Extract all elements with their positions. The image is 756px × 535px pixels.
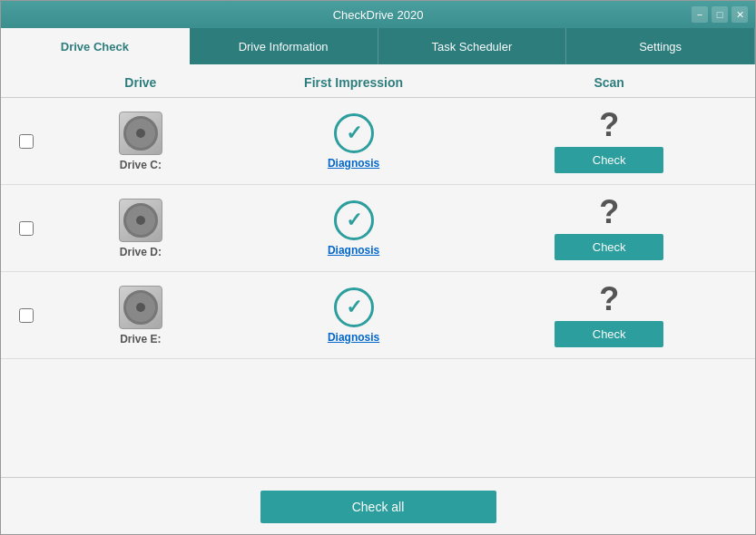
- drive-d-icon: [119, 199, 162, 242]
- row-d-drive-col: Drive D:: [55, 199, 226, 258]
- row-c-drive-col: Drive C:: [55, 112, 226, 171]
- tab-settings[interactable]: Settings: [566, 28, 755, 64]
- drive-d-checkbox[interactable]: [19, 221, 34, 236]
- header-drive-col: Drive: [55, 75, 226, 90]
- app-title: CheckDrive 2020: [333, 8, 424, 22]
- drive-e-checkbox[interactable]: [19, 308, 34, 323]
- drive-e-check-button[interactable]: Check: [555, 321, 663, 347]
- bottom-bar: Check all: [1, 477, 755, 535]
- row-e-impression-col: ✓ Diagnosis: [226, 287, 482, 344]
- table-row: Drive D: ✓ Diagnosis ? Check: [1, 185, 755, 272]
- main-content: Drive First Impression Scan Drive C: ✓ D…: [1, 64, 755, 535]
- drive-c-diagnosis-link[interactable]: Diagnosis: [328, 157, 379, 170]
- header-impression-col: First Impression: [226, 75, 482, 90]
- minimize-button[interactable]: −: [692, 6, 708, 23]
- row-d-impression-col: ✓ Diagnosis: [226, 200, 482, 257]
- row-c-scan-col: ? Check: [481, 109, 737, 173]
- drive-c-check-icon: ✓: [334, 113, 374, 153]
- maximize-button[interactable]: □: [712, 6, 728, 23]
- tab-drive-information[interactable]: Drive Information: [190, 28, 378, 64]
- row-c-check-col: [19, 134, 55, 149]
- drive-e-check-icon: ✓: [334, 287, 374, 327]
- drive-d-check-icon: ✓: [334, 200, 374, 240]
- drive-c-scan-status-icon: ?: [599, 109, 619, 141]
- row-d-check-col: [19, 221, 55, 236]
- close-button[interactable]: ✕: [731, 6, 748, 23]
- drive-c-check-button[interactable]: Check: [555, 147, 663, 173]
- drive-d-check-button[interactable]: Check: [555, 234, 663, 260]
- drive-c-icon: [119, 112, 162, 155]
- table-header: Drive First Impression Scan: [1, 64, 755, 98]
- drive-e-scan-status-icon: ?: [599, 283, 619, 316]
- window-controls: − □ ✕: [692, 6, 748, 23]
- row-c-impression-col: ✓ Diagnosis: [226, 113, 482, 170]
- check-all-button[interactable]: Check all: [260, 491, 496, 523]
- drive-d-label: Drive D:: [120, 246, 162, 258]
- drive-rows: Drive C: ✓ Diagnosis ? Check Drive D: ✓: [1, 98, 755, 477]
- row-e-check-col: [19, 308, 55, 323]
- row-e-drive-col: Drive E:: [55, 286, 226, 345]
- drive-c-label: Drive C:: [120, 159, 162, 171]
- tab-drive-check[interactable]: Drive Check: [1, 28, 190, 64]
- row-e-scan-col: ? Check: [481, 283, 737, 347]
- drive-c-checkbox[interactable]: [19, 134, 34, 149]
- drive-d-diagnosis-link[interactable]: Diagnosis: [328, 244, 379, 257]
- tab-task-scheduler[interactable]: Task Scheduler: [378, 28, 567, 64]
- table-row: Drive E: ✓ Diagnosis ? Check: [1, 272, 755, 359]
- drive-d-scan-status-icon: ?: [599, 196, 619, 229]
- title-bar: CheckDrive 2020 − □ ✕: [1, 1, 755, 28]
- drive-e-label: Drive E:: [120, 333, 161, 345]
- drive-e-diagnosis-link[interactable]: Diagnosis: [328, 331, 379, 344]
- drive-e-icon: [119, 286, 162, 329]
- header-scan-col: Scan: [481, 75, 737, 90]
- row-d-scan-col: ? Check: [481, 196, 737, 260]
- table-row: Drive C: ✓ Diagnosis ? Check: [1, 98, 755, 185]
- tab-bar: Drive Check Drive Information Task Sched…: [1, 28, 755, 64]
